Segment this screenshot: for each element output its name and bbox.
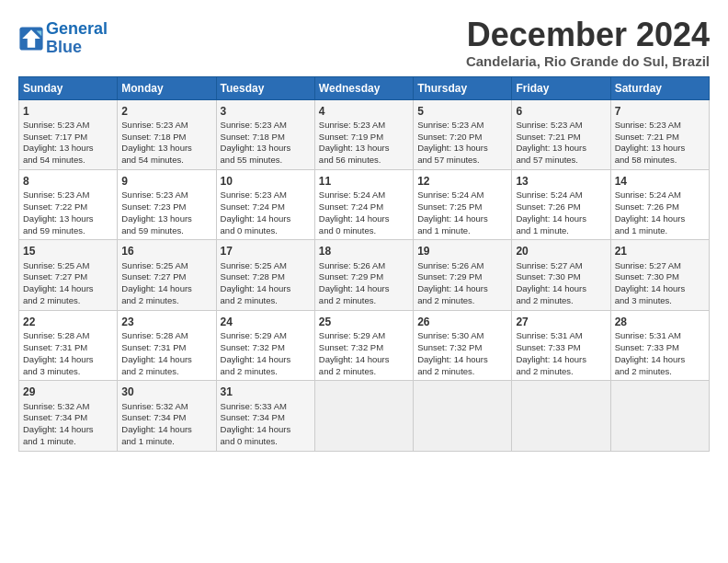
day-info: and 58 minutes.: [615, 155, 677, 165]
table-row: 17Sunrise: 5:25 AMSunset: 7:28 PMDayligh…: [216, 240, 314, 310]
day-info: and 59 minutes.: [23, 225, 85, 236]
day-info: Sunrise: 5:32 AM: [121, 401, 188, 411]
day-info: and 3 minutes.: [23, 366, 80, 376]
day-info: and 0 minutes.: [221, 436, 278, 446]
day-info: Sunrise: 5:28 AM: [121, 330, 188, 340]
day-number: 16: [121, 244, 211, 259]
day-info: Sunrise: 5:24 AM: [417, 190, 483, 200]
header-monday: Monday: [118, 76, 216, 99]
day-info: and 57 minutes.: [417, 155, 480, 165]
day-info: Sunrise: 5:28 AM: [23, 330, 89, 340]
header-sunday: Sunday: [19, 76, 118, 99]
day-info: Daylight: 13 hours: [319, 143, 390, 153]
table-row: 5Sunrise: 5:23 AMSunset: 7:20 PMDaylight…: [414, 99, 512, 169]
day-info: and 0 minutes.: [319, 225, 376, 236]
day-info: Sunrise: 5:31 AM: [516, 330, 582, 340]
day-info: and 2 minutes.: [221, 295, 278, 305]
day-info: Sunrise: 5:23 AM: [516, 120, 582, 130]
day-info: and 2 minutes.: [417, 366, 474, 376]
table-row: 6Sunrise: 5:23 AMSunset: 7:21 PMDaylight…: [512, 99, 610, 169]
day-info: Daylight: 14 hours: [221, 354, 291, 364]
header-wednesday: Wednesday: [314, 76, 413, 99]
day-info: and 1 minute.: [23, 436, 76, 446]
day-info: and 2 minutes.: [121, 295, 178, 305]
day-info: Daylight: 14 hours: [615, 213, 686, 224]
day-number: 3: [221, 104, 311, 119]
day-info: Daylight: 14 hours: [121, 283, 192, 293]
day-info: and 2 minutes.: [319, 366, 376, 376]
logo-line2: Blue: [46, 38, 82, 56]
day-info: Daylight: 14 hours: [221, 424, 291, 434]
day-number: 17: [221, 244, 311, 259]
day-info: Sunset: 7:33 PM: [516, 342, 580, 352]
day-info: Sunrise: 5:29 AM: [319, 330, 385, 340]
day-info: Daylight: 14 hours: [23, 354, 94, 364]
day-info: Sunset: 7:20 PM: [417, 132, 482, 142]
day-number: 9: [121, 174, 211, 189]
table-row: 4Sunrise: 5:23 AMSunset: 7:19 PMDaylight…: [314, 99, 413, 169]
day-info: Sunrise: 5:23 AM: [417, 120, 483, 130]
day-info: Sunrise: 5:30 AM: [417, 330, 483, 340]
table-row: 15Sunrise: 5:25 AMSunset: 7:27 PMDayligh…: [19, 240, 118, 310]
day-info: Sunset: 7:26 PM: [516, 201, 580, 212]
day-info: Sunrise: 5:27 AM: [615, 260, 681, 270]
day-info: and 1 minute.: [417, 225, 471, 236]
day-number: 10: [221, 174, 311, 189]
header-saturday: Saturday: [610, 76, 709, 99]
table-row: 19Sunrise: 5:26 AMSunset: 7:29 PMDayligh…: [414, 240, 512, 310]
logo-line1: General: [46, 19, 108, 38]
day-info: Sunrise: 5:25 AM: [23, 260, 89, 270]
day-number: 27: [516, 315, 606, 329]
day-info: Sunset: 7:24 PM: [319, 201, 383, 212]
day-info: Daylight: 13 hours: [23, 213, 94, 224]
logo: General Blue: [18, 20, 108, 57]
day-info: Sunset: 7:32 PM: [417, 342, 482, 352]
day-info: and 2 minutes.: [121, 366, 178, 376]
day-number: 1: [23, 104, 113, 119]
day-info: Sunrise: 5:23 AM: [23, 120, 89, 130]
table-row: 11Sunrise: 5:24 AMSunset: 7:24 PMDayligh…: [314, 170, 413, 240]
day-info: Sunset: 7:32 PM: [319, 342, 383, 352]
day-info: and 2 minutes.: [417, 295, 474, 305]
table-row: 18Sunrise: 5:26 AMSunset: 7:29 PMDayligh…: [314, 240, 413, 310]
logo-text: General Blue: [46, 20, 108, 57]
day-info: Sunset: 7:29 PM: [417, 271, 482, 282]
table-row: 22Sunrise: 5:28 AMSunset: 7:31 PMDayligh…: [19, 310, 118, 380]
day-number: 22: [23, 315, 113, 329]
day-info: Sunset: 7:30 PM: [516, 271, 580, 282]
table-row: [314, 381, 413, 451]
table-row: 3Sunrise: 5:23 AMSunset: 7:18 PMDaylight…: [216, 99, 314, 169]
day-info: Daylight: 13 hours: [121, 213, 192, 224]
day-info: Sunrise: 5:23 AM: [221, 120, 287, 130]
table-row: 12Sunrise: 5:24 AMSunset: 7:25 PMDayligh…: [414, 170, 512, 240]
day-info: Daylight: 14 hours: [23, 424, 94, 434]
table-row: 9Sunrise: 5:23 AMSunset: 7:23 PMDaylight…: [118, 170, 216, 240]
day-info: Sunset: 7:21 PM: [615, 132, 679, 142]
day-info: Daylight: 13 hours: [121, 143, 192, 153]
day-info: Sunset: 7:27 PM: [121, 271, 186, 282]
table-row: 21Sunrise: 5:27 AMSunset: 7:30 PMDayligh…: [610, 240, 709, 310]
day-info: and 1 minute.: [516, 225, 569, 236]
day-number: 2: [121, 104, 211, 119]
day-number: 19: [417, 244, 507, 259]
day-info: Sunset: 7:33 PM: [615, 342, 679, 352]
header-friday: Friday: [512, 76, 610, 99]
calendar-header: Sunday Monday Tuesday Wednesday Thursday…: [19, 76, 710, 99]
day-info: and 2 minutes.: [221, 366, 278, 376]
day-number: 5: [417, 104, 507, 119]
day-info: and 54 minutes.: [121, 155, 184, 165]
day-info: Sunrise: 5:23 AM: [221, 190, 287, 200]
day-info: and 0 minutes.: [221, 225, 278, 236]
day-info: Sunrise: 5:23 AM: [121, 190, 188, 200]
table-row: 25Sunrise: 5:29 AMSunset: 7:32 PMDayligh…: [314, 310, 413, 380]
day-info: Sunset: 7:18 PM: [121, 132, 186, 142]
day-info: Daylight: 13 hours: [23, 143, 94, 153]
day-info: Sunrise: 5:23 AM: [121, 120, 188, 130]
header-thursday: Thursday: [414, 76, 512, 99]
table-row: 1Sunrise: 5:23 AMSunset: 7:17 PMDaylight…: [19, 99, 118, 169]
logo-icon: [18, 26, 44, 52]
day-info: and 2 minutes.: [516, 366, 573, 376]
day-info: and 54 minutes.: [23, 155, 85, 165]
day-info: Daylight: 14 hours: [221, 283, 291, 293]
day-number: 14: [615, 174, 705, 189]
